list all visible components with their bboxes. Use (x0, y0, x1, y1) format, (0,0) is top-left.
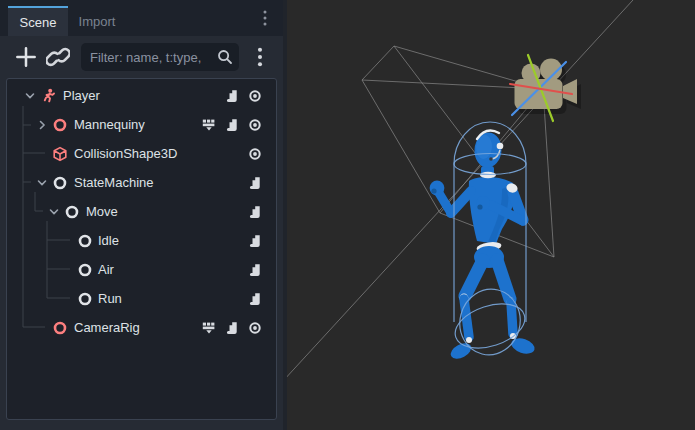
node3d-red-icon (52, 320, 68, 336)
filter-input[interactable] (81, 43, 239, 71)
node-icon (77, 233, 93, 249)
scene-tree-panel: PlayerMannequinyCollisionShape3DStateMac… (6, 78, 277, 420)
script-icon[interactable] (225, 321, 239, 335)
viewport-render (283, 0, 695, 430)
scene-dock: Scene Import (0, 0, 283, 430)
tree-node-air[interactable]: Air (8, 256, 275, 284)
tree-node-camerarig[interactable]: CameraRig (8, 314, 275, 342)
dock-viewport-divider (283, 0, 287, 430)
row-buttons (225, 82, 262, 110)
filter-box (81, 43, 239, 71)
expand-arrow-down-icon[interactable] (47, 205, 61, 219)
node-label: Move (86, 198, 118, 226)
tree-node-move[interactable]: Move (8, 198, 275, 226)
row-buttons (248, 169, 262, 197)
headset-earpiece (497, 143, 504, 150)
godot-editor: Scene Import (0, 0, 695, 430)
script-icon[interactable] (225, 118, 239, 132)
tree-node-statemachine[interactable]: StateMachine (8, 169, 275, 197)
tree-node-player[interactable]: Player (8, 82, 275, 110)
viewport-3d[interactable] (283, 0, 695, 430)
film-icon[interactable] (202, 321, 216, 335)
script-icon[interactable] (248, 205, 262, 219)
node-label: Air (98, 256, 114, 284)
row-buttons (248, 198, 262, 226)
expand-arrow-down-icon[interactable] (23, 89, 37, 103)
character-body-icon (40, 88, 56, 104)
row-buttons (202, 111, 262, 139)
node-label: Player (63, 82, 100, 110)
instance-scene-button[interactable] (46, 45, 70, 69)
add-node-button[interactable] (14, 45, 38, 69)
node-label: Run (98, 285, 122, 313)
node-icon (77, 262, 93, 278)
script-icon[interactable] (225, 89, 239, 103)
visibility-icon[interactable] (248, 118, 262, 132)
tab-scene[interactable]: Scene (8, 6, 68, 36)
script-icon[interactable] (248, 234, 262, 248)
node-icon (77, 291, 93, 307)
tree-node-mannequiny[interactable]: Mannequiny (8, 111, 275, 139)
script-icon[interactable] (248, 176, 262, 190)
visibility-icon[interactable] (248, 321, 262, 335)
visibility-icon[interactable] (248, 147, 262, 161)
mannequin-model (430, 131, 537, 362)
tree-node-run[interactable]: Run (8, 285, 275, 313)
camera-gizmo (510, 55, 581, 121)
row-buttons (248, 227, 262, 255)
dock-menu-icon[interactable] (258, 9, 272, 27)
row-buttons (248, 140, 262, 168)
scene-toolbar (0, 36, 283, 78)
visibility-icon[interactable] (248, 89, 262, 103)
row-buttons (248, 256, 262, 284)
tree-node-idle[interactable]: Idle (8, 227, 275, 255)
collision-shape-icon (52, 146, 68, 162)
row-buttons (202, 314, 262, 342)
node-icon (64, 204, 80, 220)
expand-arrow-down-icon[interactable] (35, 176, 49, 190)
dock-tabstrip: Scene Import (0, 0, 283, 36)
row-buttons (248, 285, 262, 313)
node-label: Idle (98, 227, 119, 255)
script-icon[interactable] (248, 263, 262, 277)
node-label: StateMachine (74, 169, 154, 197)
scene-tree-rows: PlayerMannequinyCollisionShape3DStateMac… (7, 79, 276, 419)
script-icon[interactable] (248, 292, 262, 306)
scene-tree-menu-icon[interactable] (248, 45, 272, 69)
expand-arrow-right-icon[interactable] (35, 118, 49, 132)
tree-node-collisionshape3d[interactable]: CollisionShape3D (8, 140, 275, 168)
tab-import-label: Import (79, 14, 116, 29)
node3d-red-icon (52, 117, 68, 133)
film-icon[interactable] (202, 118, 216, 132)
node-label: CameraRig (74, 314, 140, 342)
node-icon (52, 175, 68, 191)
tab-scene-label: Scene (20, 15, 57, 30)
tab-import[interactable]: Import (68, 6, 126, 36)
node-label: CollisionShape3D (74, 140, 177, 168)
node-label: Mannequiny (74, 111, 145, 139)
